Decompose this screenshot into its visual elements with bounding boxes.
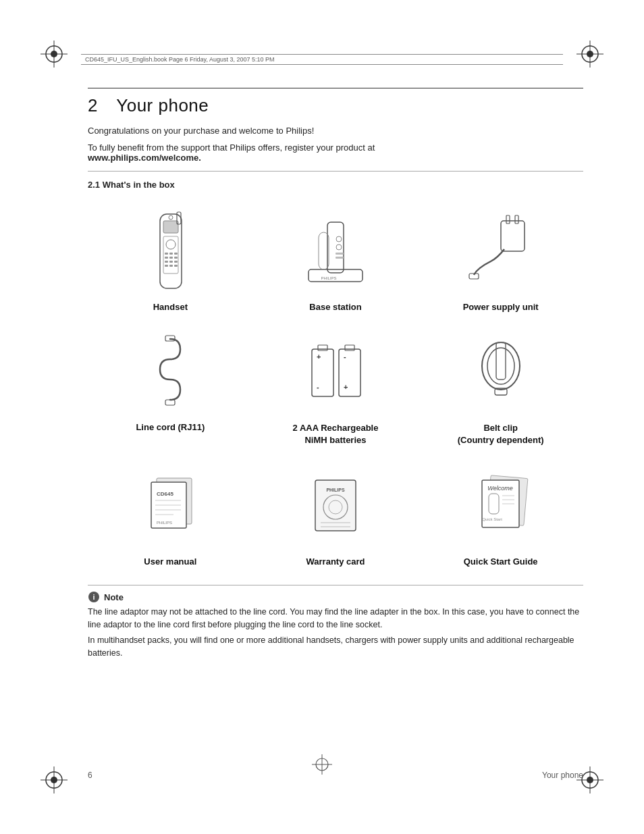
- item-belt-clip: Belt clip(Country dependent): [418, 322, 583, 457]
- svg-text:-: -: [344, 353, 346, 361]
- corner-mark-bl: [41, 766, 68, 793]
- intro-text-2-bold: www.philips.com/welcome.: [88, 153, 201, 163]
- note-title-text: Note: [104, 592, 124, 602]
- svg-rect-34: [169, 265, 173, 267]
- line-cord-image: [126, 329, 214, 417]
- svg-rect-46: [506, 215, 510, 224]
- note-icon: i: [88, 591, 100, 603]
- item-line-cord: Line cord (RJ11): [88, 322, 253, 457]
- belt-clip-image: [457, 329, 545, 417]
- section-title: 2 Your phone: [88, 95, 583, 116]
- page: CD645_IFU_US_English.book Page 6 Friday,…: [0, 0, 644, 834]
- svg-rect-31: [169, 261, 173, 263]
- svg-point-42: [336, 244, 342, 250]
- svg-point-41: [336, 236, 342, 242]
- svg-text:PHILIPS: PHILIPS: [326, 488, 345, 492]
- svg-rect-55: [339, 349, 360, 396]
- warranty-card-image: PHILIPS: [292, 463, 379, 551]
- svg-text:CD645: CD645: [157, 491, 173, 497]
- svg-rect-52: [318, 345, 327, 350]
- svg-rect-26: [174, 253, 178, 255]
- intro-text-2-normal: To fully benefit from the support that P…: [88, 142, 375, 153]
- corner-mark-tl: [41, 41, 68, 68]
- main-content: 2 Your phone Congratulations on your pur…: [88, 88, 583, 659]
- footer-section-name: Your phone: [542, 771, 583, 780]
- handset-image: [126, 209, 214, 296]
- svg-rect-21: [163, 236, 178, 273]
- item-quick-start: Welcome Quick Start Quick Start Guide: [418, 457, 583, 577]
- belt-clip-label: Belt clip(Country dependent): [458, 422, 544, 446]
- footer-page-number: 6: [88, 771, 92, 780]
- items-grid: Handset PHILIPS: [88, 202, 583, 577]
- note-text-2: In multihandset packs, you will find one…: [88, 634, 583, 660]
- svg-rect-44: [336, 257, 344, 259]
- svg-text:PHILIPS: PHILIPS: [321, 276, 336, 280]
- svg-rect-47: [515, 215, 518, 224]
- top-rule: [88, 88, 583, 88]
- svg-rect-32: [174, 261, 178, 263]
- svg-rect-35: [174, 265, 178, 267]
- user-manual-label: User manual: [144, 556, 196, 567]
- quick-start-image: Welcome Quick Start: [457, 463, 545, 551]
- item-base-station: PHILIPS Base station: [253, 202, 419, 322]
- power-supply-image: [457, 209, 545, 296]
- svg-text:i: i: [92, 593, 95, 601]
- item-user-manual: CD645 PHILIPS User manual: [88, 457, 253, 577]
- footer: 6 Your phone: [88, 771, 583, 780]
- svg-rect-30: [165, 261, 168, 263]
- subsection-title: 2.1 What's in the box: [88, 180, 583, 190]
- svg-rect-28: [169, 257, 173, 259]
- corner-mark-tr: [576, 41, 603, 68]
- intro-paragraph-1: Congratulations on your purchase and wel…: [88, 126, 583, 136]
- file-info-bar: CD645_IFU_US_English.book Page 6 Friday,…: [81, 54, 563, 65]
- line-cord-label: Line cord (RJ11): [136, 422, 205, 432]
- warranty-card-label: Warranty card: [306, 556, 365, 567]
- handset-label: Handset: [153, 302, 188, 312]
- svg-rect-45: [501, 221, 525, 251]
- svg-text:+: +: [317, 353, 321, 361]
- user-manual-image: CD645 PHILIPS: [126, 463, 214, 551]
- item-handset: Handset: [88, 202, 253, 322]
- svg-rect-43: [336, 253, 344, 255]
- svg-text:+: +: [344, 383, 348, 391]
- base-station-image: PHILIPS: [292, 209, 379, 296]
- svg-rect-29: [174, 257, 178, 259]
- note-section: i Note The line adaptor may not be attac…: [88, 585, 583, 659]
- svg-text:Quick Start: Quick Start: [482, 517, 502, 521]
- svg-rect-24: [165, 253, 168, 255]
- item-power-supply: Power supply unit: [418, 202, 583, 322]
- svg-rect-51: [312, 349, 333, 396]
- svg-rect-33: [165, 265, 168, 267]
- svg-rect-20: [163, 221, 178, 233]
- section-rule: [88, 171, 583, 172]
- svg-point-22: [169, 215, 173, 219]
- item-warranty-card: PHILIPS Warranty card: [253, 457, 419, 577]
- quick-start-label: Quick Start Guide: [464, 556, 538, 567]
- svg-text:Welcome: Welcome: [487, 485, 512, 492]
- batteries-label: 2 AAA RechargeableNiMH batteries: [293, 422, 379, 446]
- svg-rect-25: [169, 253, 173, 255]
- svg-rect-38: [327, 222, 344, 273]
- file-info-text: CD645_IFU_US_English.book Page 6 Friday,…: [85, 56, 275, 63]
- intro-paragraph-2: To fully benefit from the support that P…: [88, 142, 583, 163]
- item-batteries: + - - + 2 AAA RechargeableNiMH batteries: [253, 322, 419, 457]
- svg-point-60: [487, 348, 514, 384]
- batteries-image: + - - +: [292, 329, 379, 417]
- svg-point-23: [166, 240, 176, 249]
- section-title-text: Your phone: [116, 95, 209, 115]
- svg-rect-27: [165, 257, 168, 259]
- note-title: i Note: [88, 591, 583, 603]
- svg-text:-: -: [317, 383, 319, 391]
- svg-rect-56: [345, 345, 354, 350]
- note-text-1: The line adaptor may not be attached to …: [88, 606, 583, 631]
- section-number: 2: [88, 95, 98, 115]
- svg-text:PHILIPS: PHILIPS: [157, 521, 172, 525]
- power-supply-label: Power supply unit: [463, 302, 539, 312]
- base-station-label: Base station: [309, 302, 361, 312]
